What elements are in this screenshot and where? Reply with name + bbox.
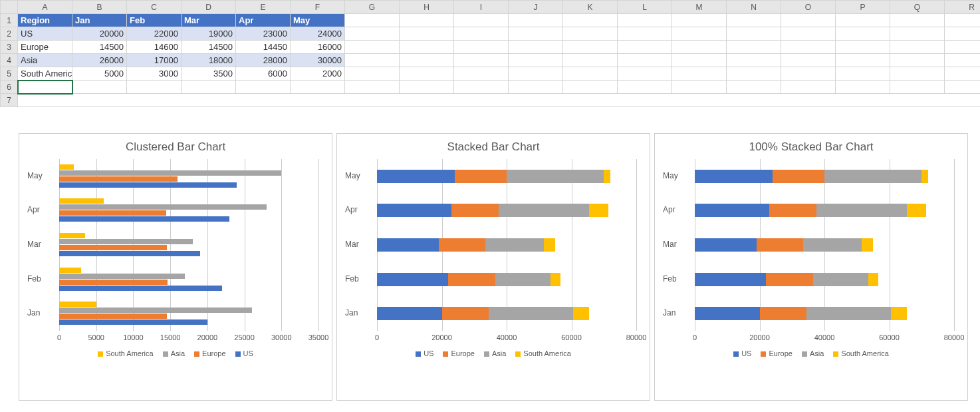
cell[interactable] [400, 54, 454, 67]
cell[interactable]: 22000 [127, 27, 182, 41]
col-header[interactable]: M [672, 1, 727, 14]
cell[interactable]: Jan [72, 14, 127, 27]
cell[interactable] [890, 14, 945, 27]
col-header[interactable]: Q [890, 1, 945, 14]
cell[interactable]: Mar [182, 14, 236, 27]
col-header[interactable]: O [781, 1, 836, 14]
cell[interactable] [836, 27, 890, 41]
cell[interactable] [345, 54, 400, 67]
col-header[interactable]: N [727, 1, 781, 14]
cell[interactable] [345, 41, 400, 54]
cell[interactable] [672, 67, 727, 81]
cell[interactable] [945, 81, 981, 94]
cell[interactable] [127, 81, 182, 94]
cell[interactable]: 26000 [72, 54, 127, 67]
col-header[interactable]: I [454, 1, 509, 14]
cell[interactable] [672, 14, 727, 27]
row-header[interactable]: 6 [1, 81, 18, 94]
cell[interactable] [563, 54, 618, 67]
table-row[interactable]: 3 Europe 14500 14600 14500 14450 16000 [1, 41, 981, 54]
cell[interactable] [672, 81, 727, 94]
chart-clustered[interactable]: Clustered Bar Chart 05000100001500020000… [19, 133, 332, 401]
cell[interactable] [400, 14, 454, 27]
column-header-row[interactable]: A B C D E F G H I J K L M N O P Q R [1, 1, 981, 14]
cell[interactable] [781, 41, 836, 54]
cell[interactable] [618, 14, 672, 27]
cell[interactable]: 14500 [72, 41, 127, 54]
cell[interactable] [727, 14, 781, 27]
cell[interactable] [781, 81, 836, 94]
cell[interactable] [672, 27, 727, 41]
cell[interactable] [618, 27, 672, 41]
cell[interactable] [945, 27, 981, 41]
cell[interactable]: 20000 [72, 27, 127, 41]
cell[interactable]: 18000 [182, 54, 236, 67]
cell[interactable] [781, 14, 836, 27]
row-header[interactable]: 3 [1, 41, 18, 54]
cell[interactable] [618, 67, 672, 81]
cell[interactable] [727, 81, 781, 94]
cell[interactable] [563, 14, 618, 27]
cell[interactable] [18, 94, 981, 107]
cell[interactable] [836, 41, 890, 54]
cell[interactable] [945, 41, 981, 54]
cell[interactable] [454, 81, 509, 94]
cell[interactable] [618, 54, 672, 67]
cell[interactable]: US [18, 27, 72, 41]
cell[interactable] [890, 67, 945, 81]
cell[interactable]: 30000 [291, 54, 345, 67]
cell[interactable] [945, 67, 981, 81]
cell[interactable] [509, 81, 563, 94]
spreadsheet-grid[interactable]: A B C D E F G H I J K L M N O P Q R 1 Re… [0, 0, 980, 107]
cell[interactable] [836, 54, 890, 67]
cell[interactable] [454, 54, 509, 67]
cell[interactable]: Asia [18, 54, 72, 67]
cell[interactable] [836, 14, 890, 27]
cell[interactable]: 3500 [182, 67, 236, 81]
col-header[interactable]: G [345, 1, 400, 14]
cell[interactable] [345, 27, 400, 41]
row-header[interactable]: 1 [1, 14, 18, 27]
table-row[interactable]: 4 Asia 26000 17000 18000 28000 30000 [1, 54, 981, 67]
cell[interactable] [236, 81, 291, 94]
cell[interactable] [345, 67, 400, 81]
cell[interactable] [618, 81, 672, 94]
cell[interactable]: Europe [18, 41, 72, 54]
cell[interactable] [618, 41, 672, 54]
cell[interactable] [836, 67, 890, 81]
col-header[interactable]: R [945, 1, 981, 14]
cell[interactable]: 19000 [182, 27, 236, 41]
cell[interactable] [345, 81, 400, 94]
cell[interactable] [781, 54, 836, 67]
cell[interactable] [727, 27, 781, 41]
active-cell[interactable] [18, 81, 72, 94]
cell[interactable] [72, 81, 127, 94]
cell[interactable] [563, 81, 618, 94]
cell[interactable] [509, 54, 563, 67]
cell[interactable] [890, 54, 945, 67]
cell[interactable]: 28000 [236, 54, 291, 67]
cell[interactable]: South America [18, 67, 72, 81]
table-row[interactable]: 1 Region Jan Feb Mar Apr May [1, 14, 981, 27]
cell[interactable] [890, 27, 945, 41]
cell[interactable] [890, 41, 945, 54]
col-header[interactable]: L [618, 1, 672, 14]
row-header[interactable]: 2 [1, 27, 18, 41]
cell[interactable] [454, 14, 509, 27]
cell[interactable] [509, 14, 563, 27]
cell[interactable]: 14600 [127, 41, 182, 54]
col-header[interactable]: A [18, 1, 72, 14]
cell[interactable] [509, 41, 563, 54]
cell[interactable] [945, 54, 981, 67]
col-header[interactable]: D [182, 1, 236, 14]
cell[interactable]: May [291, 14, 345, 27]
table-row[interactable]: 5 South America 5000 3000 3500 6000 2000 [1, 67, 981, 81]
cell[interactable]: 23000 [236, 27, 291, 41]
cell[interactable] [454, 67, 509, 81]
cell[interactable]: 5000 [72, 67, 127, 81]
cell[interactable] [563, 27, 618, 41]
cell[interactable] [509, 27, 563, 41]
col-header[interactable]: P [836, 1, 890, 14]
table-row[interactable]: 6 [1, 81, 981, 94]
cell[interactable] [509, 67, 563, 81]
